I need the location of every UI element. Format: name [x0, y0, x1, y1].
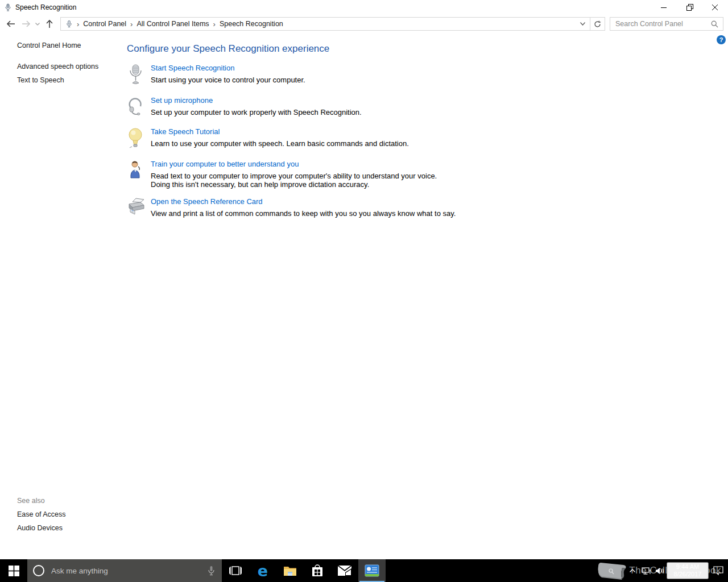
taskbar-search-input[interactable]	[51, 567, 208, 575]
back-arrow-icon	[6, 20, 16, 28]
window-title: Speech Recognition	[15, 3, 76, 11]
address-mic-icon	[65, 20, 73, 28]
chevron-up-icon	[630, 569, 635, 572]
back-button[interactable]	[3, 16, 18, 31]
task-link[interactable]: Set up microphone	[151, 96, 213, 105]
window-content: ? Control Panel Home Advanced speech opt…	[0, 33, 728, 559]
task-view-icon	[229, 566, 242, 576]
cortana-search-box[interactable]	[27, 559, 222, 582]
title-bar: Speech Recognition	[0, 0, 728, 15]
tray-expand-button[interactable]	[626, 559, 639, 582]
microphone-icon	[127, 63, 148, 88]
refresh-button[interactable]	[590, 17, 605, 31]
speech-recognition-taskbar-button[interactable]	[358, 559, 386, 582]
speech-recognition-window-icon	[4, 3, 12, 11]
mail-icon	[338, 566, 351, 576]
breadcrumb: › Control Panel › All Control Panel Item…	[73, 18, 575, 30]
chevron-down-icon	[580, 22, 585, 26]
sidebar: Control Panel Home Advanced speech optio…	[0, 33, 125, 559]
task-link[interactable]: Start Speech Recognition	[151, 64, 234, 72]
minimize-button[interactable]	[651, 0, 677, 15]
task-link[interactable]: Open the Speech Reference Card	[151, 197, 263, 206]
task-list: Start Speech Recognition Start using you…	[127, 63, 728, 218]
see-also-title: See also	[17, 497, 65, 505]
up-button[interactable]	[42, 16, 57, 31]
breadcrumb-separator: ›	[209, 20, 220, 28]
speaker-icon	[655, 567, 665, 575]
speech-properties-icon	[365, 564, 379, 577]
forward-button[interactable]	[18, 16, 33, 31]
action-center-button[interactable]	[709, 559, 728, 582]
breadcrumb-separator: ›	[73, 20, 83, 28]
store-icon	[312, 564, 323, 577]
action-center-icon	[713, 566, 723, 575]
sidebar-item-audio-devices[interactable]: Audio Devices	[17, 524, 65, 532]
lightbulb-icon	[127, 126, 148, 151]
recent-pages-dropdown[interactable]	[33, 16, 42, 31]
person-icon	[127, 159, 148, 189]
forward-arrow-icon	[21, 20, 31, 28]
restore-icon	[686, 4, 693, 11]
breadcrumb-separator: ›	[126, 20, 136, 28]
task-train-your-computer: Train your computer to better understand…	[127, 159, 728, 189]
address-bar[interactable]: › Control Panel › All Control Panel Item…	[60, 17, 590, 31]
task-view-button[interactable]	[222, 559, 249, 582]
search-icon	[711, 20, 718, 28]
sidebar-item-ease-of-access[interactable]: Ease of Access	[17, 510, 65, 518]
mail-taskbar-button[interactable]	[331, 559, 358, 582]
task-open-speech-reference-card: Open the Speech Reference Card View and …	[127, 196, 728, 218]
search-input[interactable]	[610, 20, 711, 28]
network-icon	[642, 567, 651, 575]
volume-tray-button[interactable]	[653, 559, 667, 582]
task-start-speech-recognition: Start Speech Recognition Start using you…	[127, 63, 728, 88]
breadcrumb-all-control-panel-items[interactable]: All Control Panel Items	[136, 20, 209, 28]
page-title: Configure your Speech Recognition experi…	[127, 43, 728, 55]
up-arrow-icon	[46, 19, 53, 28]
sidebar-item-control-panel-home[interactable]: Control Panel Home	[17, 41, 125, 49]
system-tray: 9:44 AM 8/26/2017	[626, 559, 728, 582]
see-also-section: See also Ease of Access Audio Devices	[17, 497, 65, 532]
file-explorer-taskbar-button[interactable]	[276, 559, 304, 582]
minimize-icon	[661, 5, 667, 11]
close-button[interactable]	[702, 0, 728, 15]
close-icon	[712, 5, 718, 11]
edge-icon: e	[258, 562, 268, 580]
task-link[interactable]: Train your computer to better understand…	[151, 160, 299, 168]
taskbar-right: The Collection Book 9:44 AM 8/26/2017	[626, 559, 728, 582]
refresh-icon	[594, 20, 601, 28]
task-link[interactable]: Take Speech Tutorial	[151, 127, 220, 136]
cortana-icon	[33, 565, 44, 576]
taskbar: e	[0, 559, 728, 582]
headset-icon	[127, 95, 148, 119]
edge-taskbar-button[interactable]: e	[249, 559, 276, 582]
windows-logo-icon	[9, 566, 19, 576]
address-dropdown-button[interactable]	[575, 18, 590, 30]
task-set-up-microphone: Set up microphone Set up your computer t…	[127, 95, 728, 119]
task-description: View and print a list of common commands…	[151, 209, 456, 218]
navigation-bar: › Control Panel › All Control Panel Item…	[0, 15, 728, 33]
clock-date: 8/26/2017	[669, 571, 706, 578]
breadcrumb-speech-recognition[interactable]: Speech Recognition	[220, 20, 283, 28]
taskbar-clock[interactable]: 9:44 AM 8/26/2017	[667, 562, 709, 579]
task-description: Read text to your computer to improve yo…	[151, 172, 458, 189]
collection-book-icon	[594, 560, 629, 581]
main-panel: Configure your Speech Recognition experi…	[127, 33, 728, 225]
task-description: Set up your computer to work properly wi…	[151, 108, 362, 117]
task-description: Learn to use your computer with speech. …	[151, 139, 409, 148]
sidebar-item-advanced-speech-options[interactable]: Advanced speech options	[17, 63, 125, 70]
store-taskbar-button[interactable]	[304, 559, 331, 582]
clock-time: 9:44 AM	[669, 563, 706, 571]
restore-button[interactable]	[677, 0, 702, 15]
file-explorer-icon	[283, 565, 297, 576]
chevron-down-icon	[35, 23, 40, 26]
breadcrumb-control-panel[interactable]: Control Panel	[83, 20, 126, 28]
start-button[interactable]	[0, 559, 27, 582]
task-description: Start using your voice to control your c…	[151, 76, 305, 84]
network-tray-button[interactable]	[639, 559, 653, 582]
taskbar-mic-icon[interactable]	[208, 566, 215, 576]
control-panel-search[interactable]	[610, 17, 723, 31]
sidebar-item-text-to-speech[interactable]: Text to Speech	[17, 76, 125, 84]
task-take-speech-tutorial: Take Speech Tutorial Learn to use your c…	[127, 126, 728, 151]
printer-icon	[127, 196, 148, 218]
